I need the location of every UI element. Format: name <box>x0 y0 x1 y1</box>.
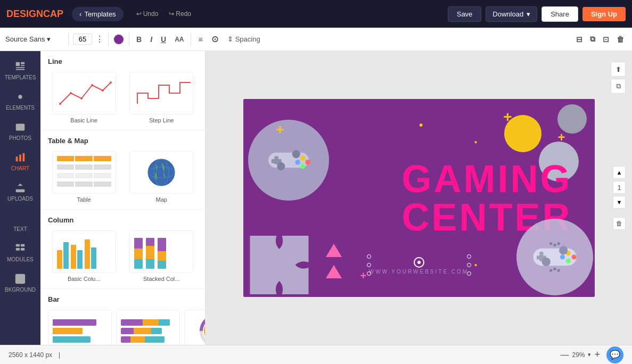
effects-button[interactable]: ⊙ <box>209 32 221 46</box>
elements-icon <box>14 91 26 103</box>
zoom-out-button[interactable]: — <box>560 350 569 360</box>
page-number: 1 <box>613 181 626 194</box>
divider-2 <box>108 33 109 46</box>
sidebar-item-bkground[interactable]: BKGROUND <box>0 268 40 298</box>
design-canvas[interactable]: + + + + + GAMING CENTER <box>243 99 595 297</box>
svg-marker-43 <box>326 244 342 257</box>
zoom-dropdown-icon[interactable]: ▾ <box>588 351 591 358</box>
italic-button[interactable]: I <box>147 34 155 45</box>
gray-circle-1-decoration <box>557 104 587 134</box>
table-map-section-title: Table & Map <box>48 137 198 145</box>
uploads-sidebar-label: UPLOADS <box>7 196 33 202</box>
more-options-icon[interactable]: ⋮ <box>95 34 104 44</box>
chart-sidebar-label: CHART <box>11 166 29 171</box>
duplicate-button[interactable]: ⊡ <box>600 34 612 45</box>
svg-point-5 <box>18 95 22 98</box>
align-button[interactable]: ≡ <box>195 34 205 45</box>
chat-button[interactable]: 💬 <box>606 346 623 363</box>
svg-point-20 <box>91 84 93 86</box>
svg-rect-15 <box>21 248 24 251</box>
canvas-wrapper: + + + + + GAMING CENTER <box>243 99 595 297</box>
dot-decoration-1: ● <box>419 120 423 129</box>
download-button[interactable]: Download ▾ <box>486 6 537 22</box>
svg-text:+: + <box>276 121 284 137</box>
color-picker[interactable] <box>113 34 125 45</box>
uppercase-button[interactable]: AA <box>172 34 186 45</box>
modules-sidebar-label: MODULES <box>7 257 33 262</box>
map-item[interactable]: Map <box>126 151 198 203</box>
font-family-selector[interactable]: Source Sans ▾ <box>5 35 64 43</box>
modules-icon <box>14 243 26 254</box>
stacked-column-item[interactable]: Stacked Col... <box>126 230 198 282</box>
page-down-button[interactable]: ▼ <box>613 196 626 209</box>
delete-page-button[interactable]: 🗑 <box>613 217 626 230</box>
underline-button[interactable]: U <box>158 34 169 45</box>
duplicate-canvas-button[interactable]: ⧉ <box>611 79 626 94</box>
save-to-cloud-button[interactable]: ⬆ <box>611 62 626 77</box>
svg-rect-1 <box>21 62 24 64</box>
main-area: TEMPLATES ELEMENTS PHOTOS CHART UPLOADS … <box>0 51 632 345</box>
text-icon <box>14 212 26 224</box>
svg-point-18 <box>70 92 72 94</box>
svg-point-22 <box>110 81 112 84</box>
templates-sidebar-label: TEMPLATES <box>5 75 36 80</box>
sidebar-item-chart[interactable]: CHART <box>0 146 40 177</box>
logo: DESIGNCAP <box>6 9 63 20</box>
svg-point-21 <box>102 89 104 92</box>
step-line-item[interactable]: Step Line <box>126 72 198 123</box>
column-section-title: Column <box>48 216 198 224</box>
sidebar-item-uploads[interactable]: UPLOADS <box>0 177 40 207</box>
gamepad-left-icon: + <box>243 110 339 211</box>
stacked-bar-item[interactable]: Stacked Bar <box>116 310 180 345</box>
svg-rect-14 <box>16 248 20 251</box>
basic-column-item[interactable]: Basic Colu... <box>48 230 120 282</box>
svg-point-55 <box>553 244 556 246</box>
status-bar: 2560 x 1440 px | — 29% ▾ + 💬 <box>0 345 632 364</box>
svg-point-53 <box>541 258 550 266</box>
plus-decoration-4: + <box>360 270 367 281</box>
radial-bar-svg <box>198 312 206 345</box>
spacing-button[interactable]: ⇕ Spacing <box>224 34 264 45</box>
layers-button[interactable]: ⧉ <box>587 33 598 45</box>
svg-rect-10 <box>23 153 25 162</box>
sidebar-item-templates[interactable]: TEMPLATES <box>0 55 40 86</box>
svg-point-38 <box>295 160 300 165</box>
svg-rect-3 <box>16 67 25 68</box>
sidebar-item-text[interactable]: TEXT <box>0 207 40 237</box>
page-up-button[interactable]: ▲ <box>613 166 626 179</box>
radial-bar-item[interactable]: Radial Bar <box>184 310 206 345</box>
undo-button[interactable]: ↩ Undo <box>133 8 162 20</box>
table-map-chart-grid: Table Map <box>48 151 198 203</box>
sidebar-item-photos[interactable]: PHOTOS <box>0 116 40 146</box>
right-mini-toolbar: ⬆ ⧉ <box>611 62 626 94</box>
signup-button[interactable]: Sign Up <box>582 7 626 21</box>
bold-button[interactable]: B <box>134 34 144 45</box>
basic-bar-item[interactable]: Basic Bar <box>48 310 112 345</box>
basic-line-item[interactable]: Basic Line <box>48 72 120 123</box>
templates-button[interactable]: ‹ Templates <box>72 7 124 21</box>
undo-redo-group: ↩ Undo ↪ Redo <box>131 8 194 20</box>
step-line-label: Step Line <box>149 117 174 123</box>
svg-rect-8 <box>16 156 18 161</box>
share-button[interactable]: Share <box>541 6 578 22</box>
save-button[interactable]: Save <box>448 6 482 22</box>
font-size-input[interactable] <box>73 34 92 45</box>
delete-toolbar-button[interactable]: 🗑 <box>614 34 627 45</box>
zoom-in-button[interactable]: + <box>594 349 600 360</box>
column-section: Column <box>40 210 205 289</box>
layer-arrange-button[interactable]: ⊟ <box>573 34 585 45</box>
line-section-title: Line <box>48 57 198 65</box>
elements-sidebar-label: ELEMENTS <box>6 105 35 111</box>
font-family-label: Source Sans <box>5 35 45 43</box>
table-map-section: Table & Map <box>40 130 205 210</box>
svg-point-40 <box>277 162 285 170</box>
line-section: Line Basic Line <box>40 51 205 130</box>
basic-column-label: Basic Colu... <box>68 276 101 282</box>
gamepad-right-icon <box>507 209 595 297</box>
photos-icon <box>14 121 26 133</box>
table-item[interactable]: Table <box>48 151 120 203</box>
undo-icon: ↩ <box>136 10 142 18</box>
redo-button[interactable]: ↪ Redo <box>166 8 194 20</box>
sidebar-item-elements[interactable]: ELEMENTS <box>0 86 40 116</box>
sidebar-item-modules[interactable]: MODULES <box>0 237 40 268</box>
